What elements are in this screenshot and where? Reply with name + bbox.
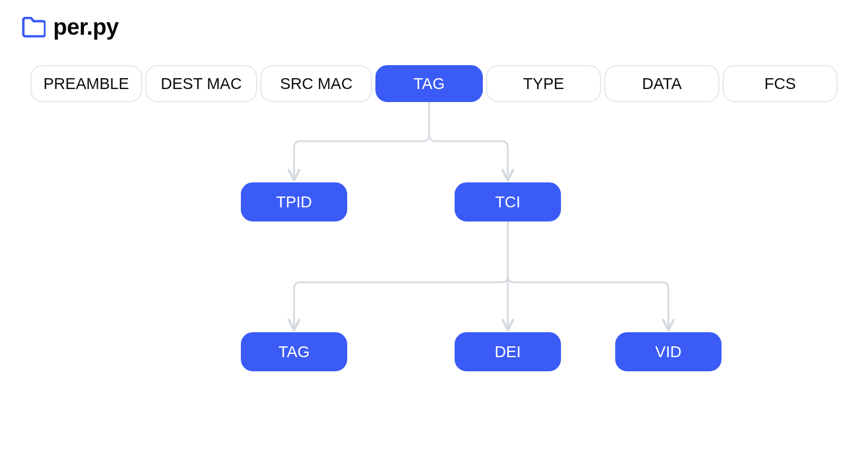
frame-field-srcmac: SRC MAC	[260, 65, 372, 102]
frame-field-label: TAG	[278, 343, 309, 361]
tci-child-vid: VID	[615, 332, 722, 371]
tag-child-tci: TCI	[455, 182, 561, 221]
tag-child-tpid: TPID	[241, 182, 347, 221]
frame-field-preamble: PREAMBLE	[30, 65, 142, 102]
frame-field-label: TYPE	[523, 75, 564, 93]
frame-field-label: TAG	[413, 75, 444, 93]
frame-field-label: FCS	[764, 75, 796, 93]
frame-field-label: SRC MAC	[280, 75, 353, 93]
diagram-header: per.py	[22, 14, 119, 40]
folder-icon	[22, 17, 46, 37]
frame-field-data: DATA	[604, 65, 719, 102]
frame-field-label: PREAMBLE	[43, 75, 129, 93]
frame-field-fcs: FCS	[723, 65, 838, 102]
frame-field-label: VID	[655, 343, 681, 361]
frame-field-label: DEI	[495, 343, 521, 361]
frame-field-type: TYPE	[486, 65, 601, 102]
frame-field-label: TPID	[276, 193, 312, 211]
tci-child-dei: DEI	[455, 332, 561, 371]
page-title: per.py	[53, 14, 119, 40]
frame-field-label: DATA	[642, 75, 681, 93]
frame-field-tag: TAG	[375, 65, 483, 102]
frame-field-destmac: DEST MAC	[145, 65, 257, 102]
frame-field-label: DEST MAC	[161, 75, 241, 93]
tci-child-tag: TAG	[241, 332, 347, 371]
frame-field-label: TCI	[495, 193, 521, 211]
